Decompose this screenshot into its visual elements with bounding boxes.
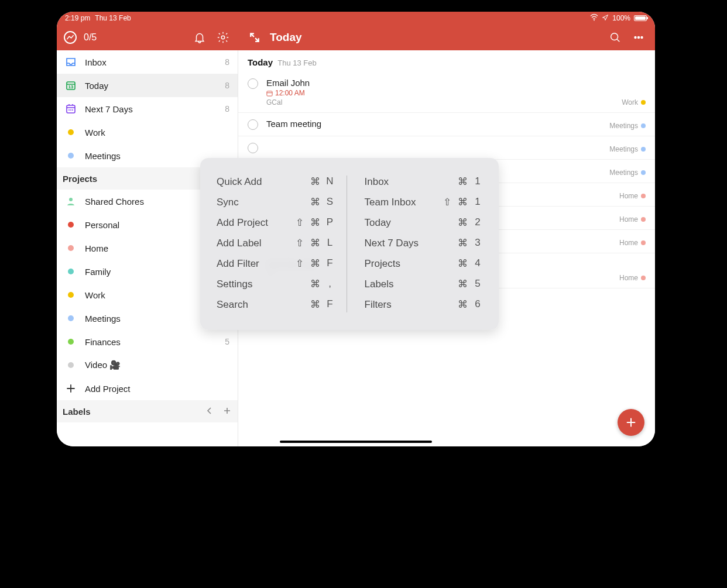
home-indicator[interactable] <box>280 441 432 443</box>
shortcut-key: ⌘ <box>458 298 467 311</box>
shortcut-row: Settings⌘, <box>217 278 335 290</box>
task-checkbox[interactable] <box>248 78 258 89</box>
sidebar-item-label: Finances <box>85 337 217 347</box>
karma-icon[interactable] <box>64 31 77 44</box>
task-row[interactable]: Team meetingMeetings <box>238 113 655 136</box>
sidebar-favorite-work[interactable]: Work <box>57 121 238 144</box>
task-project-tag: Meetings <box>609 145 646 153</box>
sidebar-project-video[interactable]: Video 🎥 <box>57 353 238 377</box>
shortcut-key: 1 <box>473 176 482 188</box>
dot-icon <box>65 126 77 138</box>
svg-point-5 <box>641 37 643 39</box>
shortcut-key: S <box>325 196 335 208</box>
shortcut-key: , <box>325 278 335 290</box>
shortcut-key: 5 <box>473 278 482 290</box>
svg-rect-8 <box>67 105 75 113</box>
shortcut-key: 1 <box>473 196 482 208</box>
task-project-tag: Home <box>619 274 646 282</box>
svg-point-4 <box>638 37 640 39</box>
wifi-icon <box>590 13 598 23</box>
shortcut-row: Add Label⇧⌘L <box>217 237 335 249</box>
sidebar-item-count: 8 <box>225 81 229 90</box>
device-frame: 2:19 pm Thu 13 Feb 100% 0/5 <box>57 12 655 446</box>
svg-point-3 <box>635 37 636 39</box>
task-row[interactable]: Email John12:00 AMGCalWork <box>238 72 655 113</box>
labels-header[interactable]: Labels <box>57 400 238 422</box>
shortcut-key: ⌘ <box>310 257 320 270</box>
app-header: 0/5 Today <box>57 25 655 50</box>
sidebar-item-label: Next 7 Days <box>85 104 217 114</box>
sidebar-item-label: Meetings <box>85 314 217 324</box>
sidebar-item-label: Today <box>85 81 217 91</box>
sidebar-nav-inbox[interactable]: Inbox8 <box>57 50 238 74</box>
shortcut-key: ⌘ <box>458 176 467 188</box>
svg-point-12 <box>69 198 73 201</box>
search-button[interactable] <box>607 29 623 46</box>
dot-icon <box>65 359 77 371</box>
svg-point-10 <box>70 109 71 111</box>
shortcut-key: 4 <box>473 257 482 270</box>
shortcut-key: ⇧ <box>443 196 452 208</box>
page-title: Today <box>270 31 302 44</box>
battery-pct: 100% <box>612 14 630 22</box>
task-row[interactable]: Meetings <box>238 136 655 160</box>
expand-icon[interactable] <box>246 29 263 46</box>
chevron-left-icon[interactable] <box>205 406 214 417</box>
svg-point-2 <box>611 33 618 40</box>
task-project-tag: Home <box>619 215 646 223</box>
shortcut-key: ⌘ <box>310 216 320 229</box>
svg-point-9 <box>68 109 70 111</box>
shortcut-row: Add Project⇧⌘P <box>217 216 335 229</box>
add-project-button[interactable]: Add Project <box>57 377 238 400</box>
svg-rect-13 <box>267 91 272 95</box>
sidebar-item-count: 8 <box>225 104 229 114</box>
svg-text:13: 13 <box>68 84 74 90</box>
shortcut-key: ⇧ <box>295 216 304 229</box>
shortcut-key: ⇧ <box>295 237 304 249</box>
dot-icon <box>65 242 77 254</box>
add-task-fab[interactable] <box>618 409 644 436</box>
sidebar-item-count: 5 <box>225 337 229 346</box>
status-bar: 2:19 pm Thu 13 Feb 100% <box>57 12 655 25</box>
shortcut-key: ⌘ <box>310 196 320 208</box>
sidebar-nav-today[interactable]: 13Today8 <box>57 74 238 97</box>
notifications-button[interactable] <box>191 29 208 46</box>
settings-button[interactable] <box>215 29 231 46</box>
karma-count[interactable]: 0/5 <box>84 32 97 43</box>
shortcut-key: ⌘ <box>458 216 467 229</box>
sidebar-item-label: Inbox <box>85 57 217 67</box>
date-header-today: Today <box>248 57 273 67</box>
dot-icon <box>65 266 77 277</box>
more-button[interactable] <box>630 29 647 46</box>
task-project-tag: Home <box>619 239 646 247</box>
status-time: 2:19 pm <box>65 14 90 22</box>
shortcut-name: Sync <box>217 197 288 208</box>
shortcut-row: Inbox⌘1 <box>365 176 483 188</box>
dot-icon <box>65 336 77 348</box>
shortcut-key: ⌘ <box>310 237 320 249</box>
task-checkbox[interactable] <box>248 143 258 153</box>
shortcut-name: Labels <box>365 278 436 290</box>
task-checkbox[interactable] <box>248 119 258 130</box>
shortcut-row: Search⌘F <box>217 298 335 311</box>
shortcut-key: ⌘ <box>310 298 320 311</box>
shortcut-key: 2 <box>473 216 482 229</box>
dot-icon <box>65 150 77 161</box>
person-icon <box>65 195 77 207</box>
shortcut-name: Add Label <box>217 238 288 249</box>
sidebar-nav-next7[interactable]: Next 7 Days8 <box>57 97 238 121</box>
shortcut-name: Add Project <box>217 217 288 229</box>
sidebar-item-count: 8 <box>225 57 229 67</box>
shortcut-name: Next 7 Days <box>365 238 436 249</box>
shortcut-row: Projects⌘4 <box>365 257 483 270</box>
battery-icon <box>634 15 647 21</box>
svg-point-1 <box>221 36 225 39</box>
add-label-icon[interactable] <box>222 406 232 417</box>
shortcut-name: Search <box>217 299 288 311</box>
shortcut-key: ⌘ <box>458 257 467 270</box>
shortcut-row: Quick Add⌘N <box>217 176 335 188</box>
sidebar-project-finances[interactable]: Finances5 <box>57 330 238 353</box>
shortcut-row: Add Filter⇧⌘F <box>217 257 335 270</box>
shortcut-key: L <box>325 237 335 249</box>
shortcut-key: ⌘ <box>458 278 467 290</box>
